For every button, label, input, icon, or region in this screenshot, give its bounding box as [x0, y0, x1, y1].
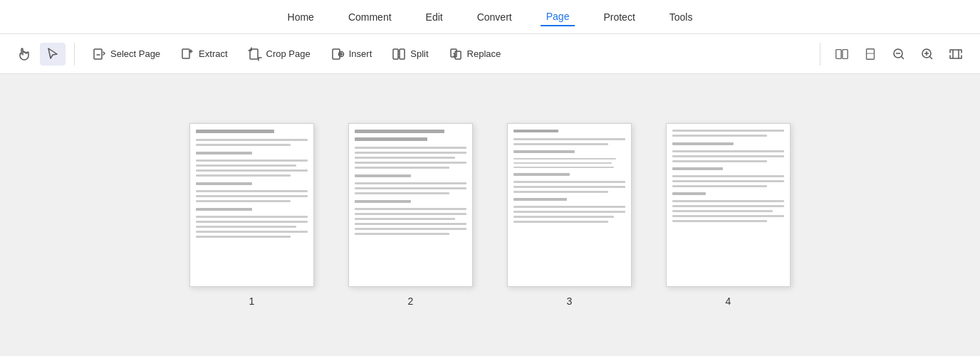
split-button[interactable]: Split	[383, 43, 437, 66]
two-page-view-button[interactable]	[829, 43, 855, 66]
p2-title-2	[355, 137, 427, 141]
insert-label: Insert	[349, 48, 372, 59]
page-thumbnail-2: 2	[348, 123, 473, 307]
p3-line-1	[514, 138, 625, 140]
single-page-icon	[863, 47, 877, 61]
p1-line-3	[196, 159, 308, 162]
p4-line-7	[672, 180, 784, 182]
p1-line-10	[196, 216, 308, 218]
p1-line-2	[196, 144, 291, 146]
svg-rect-6	[400, 49, 405, 59]
p1-line-12	[196, 226, 296, 228]
nav-convert[interactable]: Convert	[471, 9, 518, 26]
zoom-in-icon	[920, 47, 934, 61]
page-card-4[interactable]	[666, 123, 791, 287]
select-page-label: Select Page	[110, 48, 160, 59]
page-card-2[interactable]	[348, 123, 473, 287]
p4-line-6	[672, 175, 784, 177]
page-number-3: 3	[567, 295, 573, 307]
p2-line-3	[355, 157, 455, 159]
zoom-in-button[interactable]	[914, 43, 940, 66]
nav-tools[interactable]: Tools	[664, 9, 699, 26]
p1-sub-1	[196, 152, 252, 155]
extract-button[interactable]: Extract	[172, 43, 236, 66]
split-label: Split	[410, 48, 428, 59]
page-number-1: 1	[249, 295, 255, 307]
p2-line-5	[355, 167, 449, 169]
svg-rect-12	[867, 48, 875, 59]
crop-page-button[interactable]: Crop Page	[239, 43, 319, 66]
p2-line-14	[355, 233, 449, 235]
p1-line-1	[196, 139, 308, 141]
p2-line-8	[355, 192, 449, 194]
replace-button[interactable]: Replace	[440, 43, 510, 66]
p3-bullet-1	[514, 158, 616, 159]
p2-line-2	[355, 152, 466, 154]
p4-line-11	[672, 210, 773, 212]
nav-protect[interactable]: Protect	[598, 9, 640, 26]
p3-line-2	[514, 143, 608, 145]
p1-line-7	[196, 190, 308, 192]
p1-title	[196, 130, 274, 133]
pointer-tool-button[interactable]	[40, 43, 66, 66]
split-icon	[392, 47, 406, 61]
zoom-out-button[interactable]	[886, 43, 912, 66]
p3-line-8	[514, 216, 614, 218]
p4-line-2	[672, 135, 767, 137]
p4-line-5	[672, 160, 767, 162]
p4-sub-1	[672, 142, 734, 145]
svg-rect-16	[953, 50, 959, 58]
page-2-content	[355, 130, 466, 281]
page-thumbnail-1: 1	[189, 123, 314, 307]
p1-line-13	[196, 231, 308, 233]
fit-page-button[interactable]	[943, 43, 969, 66]
nav-comment[interactable]: Comment	[343, 9, 397, 26]
p1-line-9	[196, 200, 291, 202]
p2-line-1	[355, 147, 466, 149]
top-nav: Home Comment Edit Convert Page Protect T…	[0, 0, 980, 34]
crop-page-label: Crop Page	[266, 48, 311, 59]
page-1-content	[196, 130, 308, 281]
insert-button[interactable]: Insert	[322, 43, 381, 66]
p4-line-1	[672, 130, 784, 132]
fit-page-icon	[949, 47, 963, 61]
p4-line-13	[672, 220, 767, 222]
select-page-button[interactable]: Select Page	[83, 43, 169, 66]
p2-line-4	[355, 162, 466, 164]
p3-sub-1	[514, 150, 575, 153]
p3-sub-2	[514, 173, 570, 176]
nav-home[interactable]: Home	[282, 9, 320, 26]
two-page-icon	[835, 47, 849, 61]
select-page-icon	[92, 47, 106, 61]
page-card-1[interactable]	[189, 123, 314, 287]
replace-icon	[449, 47, 463, 61]
p4-sub-3	[672, 192, 706, 195]
p4-line-3	[672, 150, 784, 152]
single-page-view-button[interactable]	[858, 43, 883, 66]
p4-line-10	[672, 205, 784, 207]
toolbar-right	[814, 43, 969, 66]
p1-line-4	[196, 164, 296, 167]
hand-tool-button[interactable]	[11, 43, 37, 66]
crop-icon	[248, 47, 262, 61]
p4-sub-2	[672, 167, 723, 170]
toolbar: Select Page Extract Crop Page	[0, 34, 980, 74]
p2-line-7	[355, 187, 466, 189]
page-thumbnail-4: 4	[666, 123, 791, 307]
p2-title-1	[355, 130, 444, 133]
page-number-2: 2	[408, 295, 414, 307]
p3-bullet-2	[514, 162, 612, 164]
p4-line-8	[672, 185, 767, 187]
p3-title	[514, 130, 558, 132]
page-content-area: 1	[0, 74, 980, 356]
p1-line-14	[196, 236, 291, 238]
p4-line-4	[672, 155, 784, 157]
page-card-3[interactable]	[507, 123, 632, 287]
p1-sub-3	[196, 208, 252, 211]
nav-page[interactable]: Page	[541, 8, 575, 26]
nav-edit[interactable]: Edit	[420, 9, 449, 26]
page-number-4: 4	[726, 295, 731, 307]
extract-icon	[180, 47, 194, 61]
extract-label: Extract	[199, 48, 227, 59]
svg-rect-5	[393, 49, 398, 59]
